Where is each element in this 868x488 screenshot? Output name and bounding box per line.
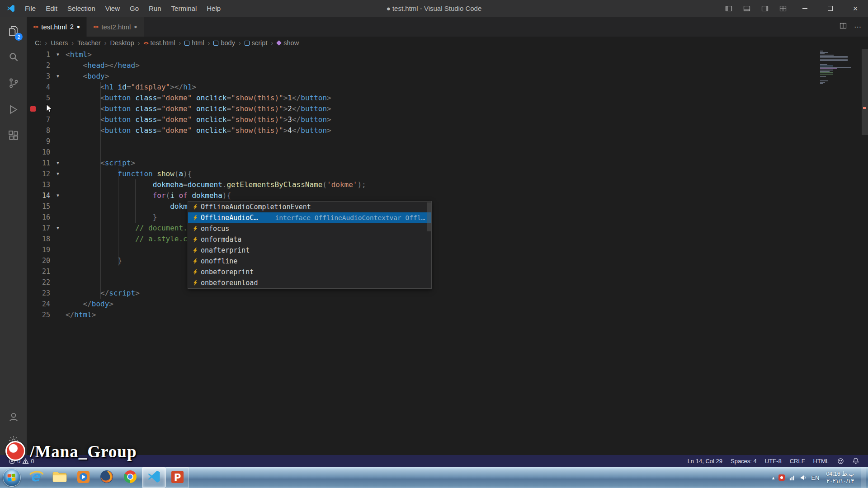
code-line[interactable]: 16 }: [27, 212, 868, 223]
menu-go[interactable]: Go: [125, 0, 144, 17]
code-line[interactable]: 12▾ function show(a){: [27, 169, 868, 179]
close-button[interactable]: ×: [843, 0, 868, 17]
code-line[interactable]: 10: [27, 147, 868, 158]
tray-expand-icon[interactable]: ▴: [772, 475, 775, 481]
minimize-button[interactable]: [792, 0, 817, 17]
code-line[interactable]: 1▾<html>: [27, 49, 868, 60]
suggestion-item[interactable]: onformdata: [188, 234, 431, 245]
breadcrumb-item-script[interactable]: script: [245, 39, 268, 47]
maximize-button[interactable]: [817, 0, 843, 17]
taskbar-app-vscode[interactable]: [142, 467, 165, 488]
suggestion-item[interactable]: onbeforeprint: [188, 267, 431, 277]
split-editor-icon[interactable]: [840, 22, 847, 31]
menu-file[interactable]: File: [20, 0, 41, 17]
activity-item-search[interactable]: [0, 45, 27, 71]
feedback-icon[interactable]: [833, 458, 848, 465]
taskbar-app-powerpoint[interactable]: P: [165, 467, 189, 488]
code-line[interactable]: 9: [27, 136, 868, 147]
network-icon[interactable]: [789, 474, 796, 481]
breadcrumb-item-desktop[interactable]: Desktop: [110, 39, 134, 47]
customize-layout-icon[interactable]: [774, 0, 792, 17]
taskbar-app-media-player[interactable]: [71, 467, 95, 488]
start-button[interactable]: [3, 469, 21, 487]
code-line[interactable]: 22: [27, 277, 868, 288]
tab-test2.html[interactable]: <>test2.html●: [87, 17, 144, 37]
activity-item-extensions[interactable]: [0, 123, 27, 150]
toggle-secondary-sidebar-icon[interactable]: [756, 0, 774, 17]
fold-chevron-icon[interactable]: ▾: [50, 190, 66, 201]
tab-test.html[interactable]: <>test.html2●: [27, 17, 87, 37]
code-line[interactable]: 7 <button class="dokme" onclick="show(th…: [27, 114, 868, 125]
toggle-panel-icon[interactable]: [738, 0, 756, 17]
toggle-sidebar-icon[interactable]: [720, 0, 738, 17]
code-line[interactable]: 8 <button class="dokme" onclick="show(th…: [27, 125, 868, 136]
breadcrumb-item-html[interactable]: html: [184, 39, 204, 47]
fold-chevron-icon[interactable]: ▾: [50, 223, 66, 234]
activity-item-account[interactable]: [0, 406, 27, 430]
language-indicator[interactable]: EN: [811, 474, 819, 481]
breadcrumb-item-test-html[interactable]: <>test.html: [144, 39, 175, 47]
breadcrumb-item-show[interactable]: show: [277, 39, 299, 47]
fold-chevron-icon[interactable]: ▾: [50, 71, 66, 82]
fold-chevron-icon[interactable]: ▾: [50, 158, 66, 169]
suggest-scrollbar[interactable]: [427, 202, 431, 231]
breadcrumb-item-teacher[interactable]: Teacher: [77, 39, 101, 47]
code-area[interactable]: 1▾<html>2 <head></head>3▾ <body>4 <h1 id…: [27, 49, 868, 320]
fold-chevron-icon[interactable]: ▾: [50, 49, 66, 60]
code-line[interactable]: 15 dokm: [27, 201, 868, 212]
taskbar-app-file-explorer[interactable]: [48, 467, 71, 488]
code-line[interactable]: 19: [27, 244, 868, 255]
language-mode[interactable]: HTML: [809, 458, 833, 465]
editor[interactable]: 1▾<html>2 <head></head>3▾ <body>4 <h1 id…: [27, 49, 868, 455]
taskbar-app-internet-explorer[interactable]: e: [24, 467, 48, 488]
menu-run[interactable]: Run: [144, 0, 166, 17]
indentation-status[interactable]: Spaces: 4: [726, 458, 761, 465]
code-line[interactable]: 23 </script>: [27, 288, 868, 299]
code-line[interactable]: 6 <button class="dokme" onclick="show(th…: [27, 103, 868, 114]
breadcrumb-item-users[interactable]: Users: [51, 39, 68, 47]
code-line[interactable]: 21: [27, 266, 868, 277]
suggestion-item[interactable]: OfflineAudioC…interface OfflineAudioCont…: [188, 212, 431, 223]
code-line[interactable]: 20 }: [27, 255, 868, 266]
taskbar-clock[interactable]: 04:16 ب.ظ ۲۰۲۱/۱۰/۱۳: [826, 470, 854, 485]
minimap[interactable]: [820, 51, 859, 84]
code-line[interactable]: 3▾ <body>: [27, 71, 868, 82]
menu-edit[interactable]: Edit: [41, 0, 62, 17]
notifications-bell-icon[interactable]: [848, 457, 863, 465]
suggestion-item[interactable]: onbeforeunload: [188, 277, 431, 288]
code-line[interactable]: 11▾ <script>: [27, 158, 868, 169]
code-line[interactable]: 5 <button class="dokme" onclick="show(th…: [27, 93, 868, 103]
show-desktop-button[interactable]: [861, 467, 866, 488]
code-line[interactable]: 4 <h1 id="display"></h1>: [27, 82, 868, 93]
taskbar-app-firefox[interactable]: [95, 467, 118, 488]
code-line[interactable]: 24 </body>: [27, 299, 868, 310]
menu-help[interactable]: Help: [202, 0, 226, 17]
tray-notification-icon[interactable]: [778, 474, 785, 481]
volume-icon[interactable]: [800, 474, 807, 481]
suggestion-item[interactable]: onafterprint: [188, 245, 431, 256]
suggestion-item[interactable]: OfflineAudioCompletionEvent: [188, 202, 431, 212]
menu-terminal[interactable]: Terminal: [166, 0, 202, 17]
fold-chevron-icon[interactable]: ▾: [50, 169, 66, 179]
more-actions-icon[interactable]: ⋯: [854, 23, 862, 31]
menu-selection[interactable]: Selection: [62, 0, 100, 17]
suggestion-item[interactable]: onfocus: [188, 223, 431, 234]
cursor-position[interactable]: Ln 14, Col 29: [684, 458, 726, 465]
breadcrumb-item-c-[interactable]: C:: [35, 39, 42, 47]
code-line[interactable]: 13 dokmeha=document.getElementsByClassNa…: [27, 179, 868, 190]
code-line[interactable]: 17▾ // document.: [27, 223, 868, 234]
code-line[interactable]: 25</html>: [27, 310, 868, 320]
code-line[interactable]: 18 // a.style.c: [27, 234, 868, 244]
code-line[interactable]: 2 <head></head>: [27, 60, 868, 71]
editor-scrollbar[interactable]: [862, 49, 868, 135]
menu-view[interactable]: View: [100, 0, 125, 17]
taskbar-app-chrome[interactable]: [118, 467, 142, 488]
suggestion-item[interactable]: onoffline: [188, 256, 431, 267]
eol-status[interactable]: CRLF: [786, 458, 809, 465]
activity-item-run-debug[interactable]: [0, 97, 27, 123]
activity-item-explorer[interactable]: 2: [0, 19, 27, 45]
code-line[interactable]: 14▾ for(i of dokmeha){: [27, 190, 868, 201]
encoding-status[interactable]: UTF-8: [761, 458, 786, 465]
breadcrumb-item-body[interactable]: body: [213, 39, 235, 47]
activity-item-source-control[interactable]: [0, 71, 27, 97]
